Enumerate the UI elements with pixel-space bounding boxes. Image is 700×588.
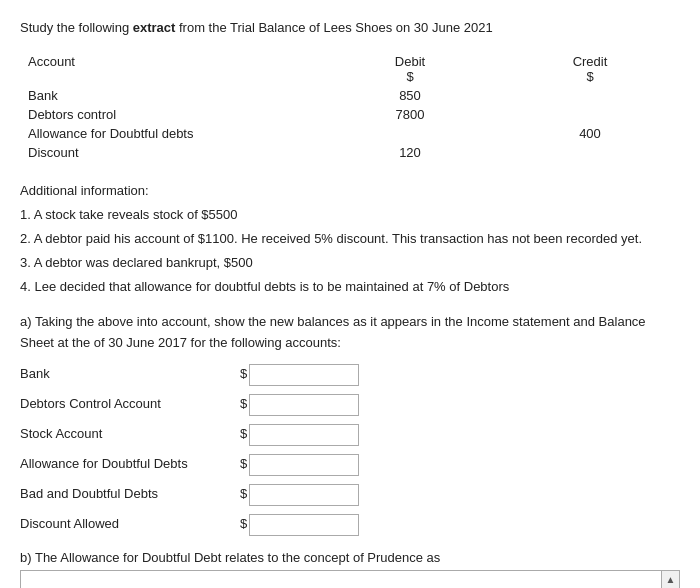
account-label-debtors-control: Debtors Control Account bbox=[20, 394, 240, 415]
account-input-discount-allowed[interactable] bbox=[249, 514, 359, 536]
account-label-discount-allowed: Discount Allowed bbox=[20, 514, 240, 535]
scrollbar-arrows: ▲ ▼ bbox=[662, 570, 680, 588]
account-input-bad-doubtful[interactable] bbox=[249, 484, 359, 506]
question-b-text: b) The Allowance for Doubtful Debt relat… bbox=[20, 550, 680, 565]
additional-info-item: 2. A debtor paid his account of $1100. H… bbox=[20, 228, 680, 250]
trial-row-account: Bank bbox=[20, 86, 320, 105]
additional-info-heading: Additional information: bbox=[20, 180, 680, 202]
trial-row-debit: 850 bbox=[320, 86, 500, 105]
account-row-bank: Bank $ bbox=[20, 364, 680, 386]
intro-text: Study the following extract from the Tri… bbox=[20, 18, 680, 38]
trial-row-debit: 120 bbox=[320, 143, 500, 162]
additional-info-section: Additional information: 1. A stock take … bbox=[20, 180, 680, 298]
trial-balance-row: Bank 850 bbox=[20, 86, 680, 105]
trial-row-debit: 7800 bbox=[320, 105, 500, 124]
trial-balance-table: Account Debit $ Credit $ Bank 850 Debtor… bbox=[20, 52, 680, 162]
additional-info-item: 1. A stock take reveals stock of $5500 bbox=[20, 204, 680, 226]
col-header-credit: Credit $ bbox=[500, 52, 680, 86]
trial-row-credit bbox=[500, 86, 680, 105]
question-a-text: a) Taking the above into account, show t… bbox=[20, 312, 680, 354]
col-header-account: Account bbox=[20, 52, 320, 86]
account-row-debtors-control: Debtors Control Account $ bbox=[20, 394, 680, 416]
account-input-debtors-control[interactable] bbox=[249, 394, 359, 416]
question-b-section: b) The Allowance for Doubtful Debt relat… bbox=[20, 550, 680, 588]
intro-plain: Study the following bbox=[20, 20, 133, 35]
trial-row-credit bbox=[500, 143, 680, 162]
col-header-debit: Debit $ bbox=[320, 52, 500, 86]
dollar-sign-stock: $ bbox=[240, 424, 247, 445]
dollar-sign-bank: $ bbox=[240, 364, 247, 385]
question-b-answer-wrapper: ▲ ▼ bbox=[20, 570, 680, 588]
dollar-sign-discount-allowed: $ bbox=[240, 514, 247, 535]
account-row-allowance-doubtful: Allowance for Doubtful Debts $ bbox=[20, 454, 680, 476]
account-input-stock[interactable] bbox=[249, 424, 359, 446]
trial-balance-row: Debtors control 7800 bbox=[20, 105, 680, 124]
trial-row-credit: 400 bbox=[500, 124, 680, 143]
account-row-stock: Stock Account $ bbox=[20, 424, 680, 446]
question-b-answer-input[interactable] bbox=[20, 570, 662, 588]
trial-balance-row: Allowance for Doubtful debts 400 bbox=[20, 124, 680, 143]
account-input-bank[interactable] bbox=[249, 364, 359, 386]
account-label-allowance-doubtful: Allowance for Doubtful Debts bbox=[20, 454, 240, 475]
additional-info-item: 3. A debtor was declared bankrupt, $500 bbox=[20, 252, 680, 274]
trial-balance-row: Discount 120 bbox=[20, 143, 680, 162]
dollar-sign-allowance-doubtful: $ bbox=[240, 454, 247, 475]
trial-row-credit bbox=[500, 105, 680, 124]
trial-row-account: Debtors control bbox=[20, 105, 320, 124]
account-label-bad-doubtful: Bad and Doubtful Debts bbox=[20, 484, 240, 505]
question-a-section: a) Taking the above into account, show t… bbox=[20, 312, 680, 536]
accounts-grid: Bank $ Debtors Control Account $ Stock A… bbox=[20, 364, 680, 536]
account-row-bad-doubtful: Bad and Doubtful Debts $ bbox=[20, 484, 680, 506]
intro-bold: extract bbox=[133, 20, 176, 35]
account-label-bank: Bank bbox=[20, 364, 240, 385]
trial-row-account: Allowance for Doubtful debts bbox=[20, 124, 320, 143]
account-label-stock: Stock Account bbox=[20, 424, 240, 445]
account-row-discount-allowed: Discount Allowed $ bbox=[20, 514, 680, 536]
trial-row-debit bbox=[320, 124, 500, 143]
trial-row-account: Discount bbox=[20, 143, 320, 162]
account-input-allowance-doubtful[interactable] bbox=[249, 454, 359, 476]
intro-rest: from the Trial Balance of Lees Shoes on … bbox=[175, 20, 492, 35]
dollar-sign-bad-doubtful: $ bbox=[240, 484, 247, 505]
dollar-sign-debtors-control: $ bbox=[240, 394, 247, 415]
additional-info-item: 4. Lee decided that allowance for doubtf… bbox=[20, 276, 680, 298]
